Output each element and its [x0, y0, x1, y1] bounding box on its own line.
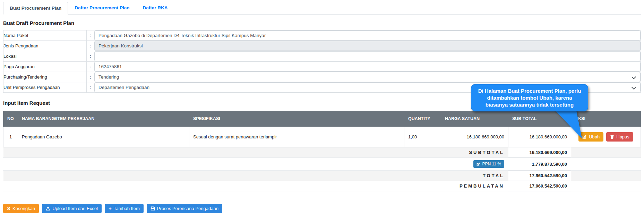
jenis-pengadaan-input — [94, 41, 641, 51]
cell-no: 1 — [3, 127, 18, 147]
col-header-spesifikasi: SPESIFIKASI — [189, 111, 404, 127]
purchasing-tendering-select[interactable]: Tendering — [94, 72, 641, 82]
total-row: TOTAL 17.960.542.590,00 — [3, 171, 641, 181]
footer-button-bar: ✖ Kosongkan Upload Item dari Excel + Tam… — [3, 204, 641, 213]
chevron-down-icon — [632, 85, 636, 90]
hapus-button[interactable]: Hapus — [606, 132, 633, 142]
colon-separator: : — [87, 30, 94, 41]
unit-pemproses-value: Departemen Pengadaan — [98, 85, 149, 90]
upload-excel-button[interactable]: Upload Item dari Excel — [42, 204, 102, 213]
ppn-row: PPN 11 % 1.779.873.590,00 — [3, 158, 641, 171]
form-row-purchasing-tendering: Purchasing/Tendering : Tendering — [3, 72, 641, 82]
upload-excel-button-label: Upload Item dari Excel — [52, 206, 98, 211]
chevron-down-icon — [632, 75, 636, 79]
proses-perencana-button-label: Proses Perencana Pengadaan — [157, 206, 218, 211]
close-x-icon: ✖ — [7, 207, 10, 211]
purchasing-tendering-label: Purchasing/Tendering — [3, 72, 87, 82]
jenis-pengadaan-label: Jenis Pengadaan — [3, 41, 87, 51]
ppn-button-label: PPN 11 % — [482, 162, 501, 166]
col-header-harga-satuan: HARGA SATUAN — [441, 111, 508, 127]
tab-daftar-procurement-plan[interactable]: Daftar Procurement Plan — [68, 1, 136, 14]
unit-pemproses-label: Unit Pemproses Pengadaan — [3, 82, 87, 93]
lokasi-input[interactable] — [94, 51, 641, 61]
tambah-item-button-label: Tambah Item — [114, 206, 140, 211]
tambah-item-button[interactable]: + Tambah Item — [105, 204, 144, 213]
pagu-anggaran-label: Pagu Anggaran — [3, 62, 87, 72]
ppn-button[interactable]: PPN 11 % — [473, 160, 504, 168]
lokasi-label: Lokasi — [3, 51, 87, 62]
col-header-nama: NAMA BARANG/ITEM PEKERJAAN — [18, 111, 189, 127]
form-row-lokasi: Lokasi : — [3, 51, 641, 62]
section-title-buat-draft: Buat Draft Procurement Plan — [3, 20, 641, 26]
col-header-no: NO — [3, 111, 18, 127]
annotation-callout: Di Halaman Buat Procurement Plan, perlu … — [471, 84, 588, 111]
annotation-text: Di Halaman Buat Procurement Plan, perlu … — [475, 88, 584, 108]
tab-buat-procurement-plan[interactable]: Buat Procurement Plan — [3, 2, 68, 15]
cell-nama: Pengadaan Gazebo — [18, 127, 189, 147]
proses-perencana-button[interactable]: Proses Perencana Pengadaan — [147, 204, 222, 213]
nama-paket-label: Nama Paket — [3, 30, 87, 41]
form-row-jenis-pengadaan: Jenis Pengadaan : — [3, 41, 641, 51]
kosongkan-button[interactable]: ✖ Kosongkan — [3, 204, 39, 213]
total-value: 17.960.542.590,00 — [508, 171, 571, 181]
plus-icon: + — [109, 207, 112, 211]
ppn-value: 1.779.873.590,00 — [508, 158, 571, 171]
pembulatan-row: PEMBULATAN 17.960.542.590,00 — [3, 181, 641, 191]
purchasing-tendering-value: Tendering — [98, 74, 119, 80]
subtotal-value: 16.180.669.000,00 — [508, 147, 571, 158]
nama-paket-input[interactable] — [94, 30, 641, 40]
pembulatan-value: 17.960.542.590,00 — [508, 181, 571, 191]
colon-separator: : — [87, 82, 94, 93]
cell-spesifikasi: Sesuai dengan surat penawaran terlampir — [189, 127, 404, 147]
draft-form: Nama Paket : Jenis Pengadaan : Lokasi : … — [3, 30, 641, 93]
edit-pencil-icon — [476, 162, 480, 166]
colon-separator: : — [87, 41, 94, 51]
form-row-nama-paket: Nama Paket : — [3, 30, 641, 41]
kosongkan-button-label: Kosongkan — [12, 206, 35, 211]
subtotal-row: SUBTOTAL 16.180.669.000,00 — [3, 147, 641, 158]
subtotal-label: SUBTOTAL — [3, 147, 508, 158]
total-label: TOTAL — [3, 171, 508, 181]
upload-icon — [46, 206, 50, 211]
pagu-anggaran-input[interactable] — [94, 62, 641, 72]
save-floppy-icon — [151, 206, 155, 211]
colon-separator: : — [87, 72, 94, 82]
form-row-pagu-anggaran: Pagu Anggaran : — [3, 62, 641, 72]
procurement-plan-page: Buat Procurement Plan Daftar Procurement… — [0, 0, 644, 218]
col-header-quantity: QUANTITY — [404, 111, 441, 127]
cell-quantity: 1,00 — [404, 127, 441, 147]
ubah-button-label: Ubah — [589, 134, 600, 139]
tab-bar: Buat Procurement Plan Daftar Procurement… — [3, 0, 641, 15]
cell-harga-satuan: 16.180.669.000,00 — [441, 127, 508, 147]
pembulatan-label: PEMBULATAN — [3, 181, 508, 191]
trash-icon — [610, 135, 614, 139]
tab-daftar-rka[interactable]: Daftar RKA — [136, 1, 174, 14]
hapus-button-label: Hapus — [616, 134, 629, 139]
colon-separator: : — [87, 51, 94, 62]
colon-separator: : — [87, 62, 94, 72]
